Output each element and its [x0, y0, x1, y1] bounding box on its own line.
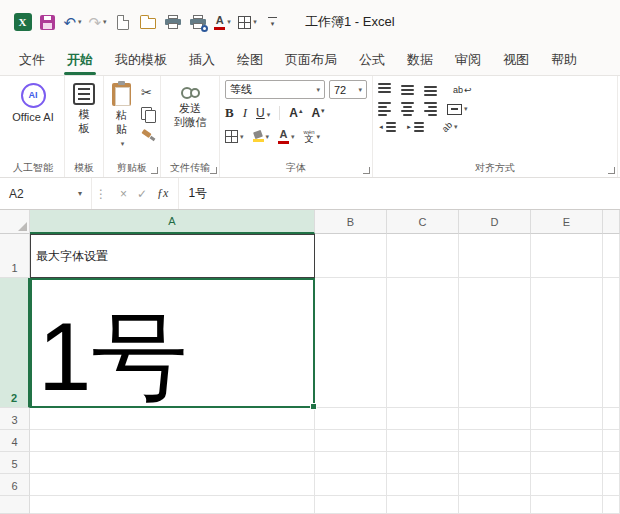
borders-button[interactable]: ▾ — [225, 130, 244, 143]
qat-borders-button[interactable]: ▾ — [235, 8, 260, 36]
name-box[interactable]: A2 ▾ — [0, 178, 92, 209]
tab-view[interactable]: 视图 — [492, 44, 540, 75]
merge-center-button[interactable]: ▾ — [447, 104, 468, 115]
open-file-button[interactable] — [135, 8, 160, 36]
paste-button[interactable]: 粘贴 ▾ — [109, 80, 134, 151]
enter-icon[interactable]: ✓ — [137, 187, 147, 201]
new-file-button[interactable] — [110, 8, 135, 36]
bottom-align-button[interactable] — [424, 83, 437, 96]
cell-f3[interactable] — [603, 408, 620, 430]
print-preview-button[interactable] — [185, 8, 210, 36]
cell-e2[interactable] — [531, 278, 603, 408]
tab-insert[interactable]: 插入 — [178, 44, 226, 75]
cell-f5[interactable] — [603, 452, 620, 474]
qat-font-color-button[interactable]: A▾ — [210, 8, 235, 36]
cell-c2[interactable] — [387, 278, 459, 408]
column-header-partial[interactable] — [603, 210, 620, 234]
redo-button[interactable]: ↷▾ — [85, 8, 110, 36]
cell-f2[interactable] — [603, 278, 620, 408]
undo-button[interactable]: ↶▾ — [60, 8, 85, 36]
cell-e1[interactable] — [531, 234, 603, 278]
cell-c3[interactable] — [387, 408, 459, 430]
cell-d3[interactable] — [459, 408, 531, 430]
cell-b2[interactable] — [315, 278, 387, 408]
cell-b4[interactable] — [315, 430, 387, 452]
cell-e3[interactable] — [531, 408, 603, 430]
row-header-6[interactable]: 6 — [0, 474, 30, 496]
print-button[interactable] — [160, 8, 185, 36]
cell-a7[interactable] — [30, 496, 315, 514]
cell-a3[interactable] — [30, 408, 315, 430]
decrease-font-button[interactable]: A▾ — [311, 107, 324, 119]
row-header-7[interactable] — [0, 496, 30, 514]
cell-f1[interactable] — [603, 234, 620, 278]
cell-d4[interactable] — [459, 430, 531, 452]
formula-input[interactable]: 1号 — [179, 178, 620, 209]
decrease-indent-button[interactable]: ◄ — [378, 122, 396, 132]
cell-a6[interactable] — [30, 474, 315, 496]
row-header-5[interactable]: 5 — [0, 452, 30, 474]
font-color-button[interactable]: A▾ — [278, 129, 295, 144]
tab-page-layout[interactable]: 页面布局 — [274, 44, 348, 75]
cell-c6[interactable] — [387, 474, 459, 496]
cell-e5[interactable] — [531, 452, 603, 474]
cell-a4[interactable] — [30, 430, 315, 452]
column-header-e[interactable]: E — [531, 210, 603, 234]
cell-d7[interactable] — [459, 496, 531, 514]
insert-function-icon[interactable]: ƒx — [157, 186, 168, 201]
tab-my-templates[interactable]: 我的模板 — [104, 44, 178, 75]
cell-d1[interactable] — [459, 234, 531, 278]
tab-formulas[interactable]: 公式 — [348, 44, 396, 75]
cell-d2[interactable] — [459, 278, 531, 408]
row-header-4[interactable]: 4 — [0, 430, 30, 452]
save-button[interactable] — [35, 8, 60, 36]
font-name-combobox[interactable]: 等线 ▾ — [225, 80, 325, 99]
clipboard-dialog-launcher[interactable] — [150, 166, 158, 174]
underline-button[interactable]: U▾ — [256, 106, 270, 120]
cancel-icon[interactable]: × — [120, 187, 127, 201]
tab-file[interactable]: 文件 — [8, 44, 56, 75]
italic-button[interactable]: I — [243, 105, 247, 121]
tab-data[interactable]: 数据 — [396, 44, 444, 75]
align-left-button[interactable] — [378, 102, 391, 116]
row-header-2[interactable]: 2 — [0, 278, 30, 408]
template-button[interactable]: 模板 — [70, 80, 98, 139]
middle-align-button[interactable] — [401, 83, 414, 96]
cell-e6[interactable] — [531, 474, 603, 496]
cell-b1[interactable] — [315, 234, 387, 278]
wrap-text-button[interactable]: ab↩ — [453, 85, 472, 95]
cell-b6[interactable] — [315, 474, 387, 496]
customize-toolbar-button[interactable]: ▾ — [260, 8, 285, 36]
phonetic-guide-button[interactable]: wén文▾ — [304, 129, 321, 144]
orientation-button[interactable]: ab▾ — [434, 122, 458, 132]
office-ai-button[interactable]: AI Office AI — [7, 80, 59, 128]
name-box-dropdown-icon[interactable]: ▾ — [78, 189, 82, 198]
align-right-button[interactable] — [424, 102, 437, 116]
cell-d5[interactable] — [459, 452, 531, 474]
cell-f4[interactable] — [603, 430, 620, 452]
top-align-button[interactable] — [378, 83, 391, 96]
cell-e4[interactable] — [531, 430, 603, 452]
formula-bar-grip[interactable]: ⋮ — [92, 178, 110, 209]
column-header-d[interactable]: D — [459, 210, 531, 234]
column-header-a[interactable]: A — [30, 210, 315, 234]
cell-a1[interactable]: 最大字体设置 — [30, 234, 315, 278]
font-size-combobox[interactable]: 72 ▾ — [329, 80, 367, 99]
cell-e7[interactable] — [531, 496, 603, 514]
copy-button[interactable] — [141, 106, 155, 121]
bold-button[interactable]: B — [225, 105, 234, 121]
align-center-button[interactable] — [401, 102, 414, 116]
cell-c5[interactable] — [387, 452, 459, 474]
tab-review[interactable]: 审阅 — [444, 44, 492, 75]
tab-home[interactable]: 开始 — [56, 44, 104, 75]
tab-help[interactable]: 帮助 — [540, 44, 588, 75]
column-header-b[interactable]: B — [315, 210, 387, 234]
cell-c1[interactable] — [387, 234, 459, 278]
font-dialog-launcher[interactable] — [362, 166, 370, 174]
cell-b5[interactable] — [315, 452, 387, 474]
cell-a2-active[interactable]: 1号 — [30, 278, 315, 408]
cell-c7[interactable] — [387, 496, 459, 514]
cell-b3[interactable] — [315, 408, 387, 430]
cell-c4[interactable] — [387, 430, 459, 452]
row-header-1[interactable]: 1 — [0, 234, 30, 278]
